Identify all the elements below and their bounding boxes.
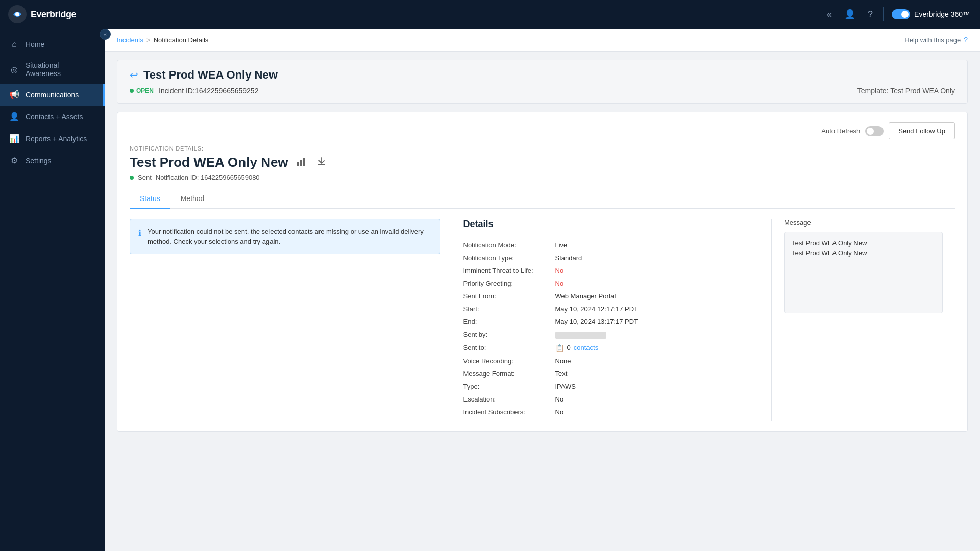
svg-rect-3 [300,160,302,166]
download-icon[interactable] [315,156,328,169]
sidebar-item-reports-analytics[interactable]: 📊 Reports + Analytics [0,128,105,149]
detail-label-notification-mode: Notification Mode: [463,241,555,249]
everbridge-badge-label: Everbridge 360™ [914,10,970,18]
info-icon: ℹ [138,227,141,239]
detail-row-notification-mode: Notification Mode: Live [463,241,760,249]
contacts-link[interactable]: contacts [574,344,759,352]
user-profile-icon[interactable]: 👤 [842,7,857,22]
chart-icon[interactable] [295,156,309,169]
communications-icon: 📢 [9,90,19,99]
detail-row-type: Type: IPAWS [463,383,760,390]
sidebar-item-home[interactable]: ⌂ Home [0,34,105,55]
sidebar-item-contacts-assets[interactable]: 👤 Contacts + Assets [0,106,105,128]
sidebar-item-label-situational-awareness: Situational Awareness [26,61,95,78]
help-page-link[interactable]: Help with this page ? [904,36,968,44]
content-area: Incidents > Notification Details Help wi… [105,29,980,551]
tabs: Status Method [130,189,955,209]
detail-value-notification-mode: Live [555,241,760,249]
settings-icon: ⚙ [9,156,19,165]
detail-label-imminent-threat: Imminent Threat to Life: [463,267,555,274]
home-icon: ⌂ [9,40,19,49]
detail-label-incident-subscribers: Incident Subscribers: [463,408,555,416]
status-dot [130,89,134,93]
detail-label-start: Start: [463,305,555,313]
auto-refresh-label: Auto Refresh [821,127,860,135]
notification-details-section: Auto Refresh Send Follow Up NOTIFICATION… [117,112,968,432]
detail-row-message-format: Message Format: Text [463,370,760,378]
collapse-icon[interactable]: « [825,7,834,22]
sent-status-dot [130,176,134,180]
detail-value-sent-to: 📋 0 contacts [555,344,760,352]
auto-refresh-toggle[interactable] [865,126,884,136]
sidebar-nav: ⌂ Home ◎ Situational Awareness 📢 Communi… [0,29,105,551]
message-title: Message [784,219,943,227]
detail-value-incident-subscribers: No [555,408,760,416]
detail-row-priority-greeting: Priority Greeting: No [463,280,760,287]
sidebar-item-settings[interactable]: ⚙ Settings [0,149,105,171]
status-label: OPEN [136,87,154,94]
sidebar: Everbridge « ⌂ Home ◎ Situational Awaren… [0,0,105,551]
sidebar-item-label-settings: Settings [26,157,52,165]
tab-method[interactable]: Method [170,189,215,209]
breadcrumb-bar: Incidents > Notification Details Help wi… [105,29,980,52]
detail-label-voice-recording: Voice Recording: [463,357,555,365]
back-icon[interactable]: ↩ [130,69,138,81]
detail-row-end: End: May 10, 2024 13:17:17 PDT [463,318,760,325]
incident-header: ↩ Test Prod WEA Only New OPEN Incident I… [117,60,968,104]
help-page-icon: ? [964,36,968,44]
detail-value-voice-recording: None [555,357,760,365]
details-column: Details Notification Mode: Live Notifica… [451,219,772,421]
auto-refresh-row: Auto Refresh Send Follow Up [130,122,955,139]
notification-title: Test Prod WEA Only New [130,155,288,170]
app-title: Everbridge [31,9,76,20]
situational-awareness-icon: ◎ [9,65,19,74]
svg-rect-2 [297,162,299,166]
detail-row-sent-to: Sent to: 📋 0 contacts [463,344,760,352]
sidebar-collapse-button[interactable]: « [100,29,111,40]
detail-label-type: Type: [463,383,555,390]
detail-label-sent-to: Sent to: [463,344,555,352]
details-grid: ℹ Your notification could not be sent, t… [130,219,955,421]
detail-label-priority-greeting: Priority Greeting: [463,280,555,287]
detail-label-sent-from: Sent From: [463,292,555,300]
incident-title: Test Prod WEA Only New [143,68,278,82]
detail-value-start: May 10, 2024 12:17:17 PDT [555,305,760,313]
notification-id: Notification ID: 1642259665659080 [156,173,260,181]
info-message: Your notification could not be sent, the… [148,227,432,246]
detail-value-notification-type: Standard [555,254,760,262]
app-logo: Everbridge [0,0,105,29]
breadcrumb-current: Notification Details [154,36,209,44]
breadcrumb-parent[interactable]: Incidents [117,36,143,44]
detail-row-voice-recording: Voice Recording: None [463,357,760,365]
sidebar-item-label-reports-analytics: Reports + Analytics [26,135,87,143]
message-box: Test Prod WEA Only New Test Prod WEA Onl… [784,232,943,313]
redacted-value [555,332,606,339]
sidebar-item-label-contacts-assets: Contacts + Assets [26,113,83,121]
detail-label-sent-by: Sent by: [463,331,555,338]
breadcrumb-separator: > [146,36,151,44]
message-column: Message Test Prod WEA Only New Test Prod… [771,219,955,421]
incident-id: Incident ID:1642259665659252 [159,87,258,95]
detail-value-sent-by [555,331,760,339]
detail-value-sent-from: Web Manager Portal [555,292,760,300]
message-line-1: Test Prod WEA Only New [792,239,935,247]
sent-label: Sent [138,173,152,181]
main-area: « 👤 ? Everbridge 360™ Incidents > Notifi… [105,0,980,551]
notification-details-label: NOTIFICATION DETAILS: [130,145,955,152]
detail-row-sent-by: Sent by: [463,331,760,339]
details-title: Details [463,219,760,234]
contacts-file-icon: 📋 [555,344,564,352]
topbar-divider [883,7,884,21]
everbridge-badge: Everbridge 360™ [892,9,970,19]
sidebar-item-communications[interactable]: 📢 Communications [0,84,105,106]
sidebar-item-situational-awareness[interactable]: ◎ Situational Awareness [0,55,105,84]
everbridge360-toggle[interactable] [892,9,910,19]
send-followup-button[interactable]: Send Follow Up [889,122,955,139]
svg-rect-4 [303,158,305,166]
detail-row-incident-subscribers: Incident Subscribers: No [463,408,760,416]
detail-row-start: Start: May 10, 2024 12:17:17 PDT [463,305,760,313]
tab-status[interactable]: Status [130,189,170,209]
help-icon[interactable]: ? [866,7,875,22]
status-tab-content: ℹ Your notification could not be sent, t… [130,219,451,421]
help-page-label: Help with this page [904,36,961,44]
